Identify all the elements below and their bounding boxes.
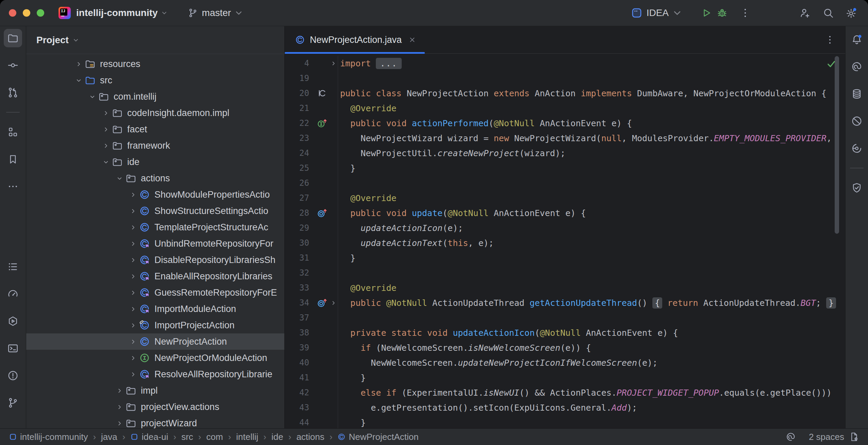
code-line-21[interactable]: 21 @Override	[285, 101, 845, 116]
tree-item-ShowModulePropertiesActio[interactable]: ShowModulePropertiesActio	[26, 186, 284, 203]
code-line-23[interactable]: 23 NewProjectWizard wizard = new NewProj…	[285, 131, 845, 146]
project-widget[interactable]: intellij-community	[76, 7, 168, 18]
editor-scrollbar[interactable]	[835, 56, 839, 234]
breadcrumb-item-ide[interactable]: ide	[271, 432, 283, 442]
code-line-31[interactable]: 31 }	[285, 250, 845, 265]
line-number[interactable]: 38	[285, 325, 315, 340]
breadcrumb-item-intellij[interactable]: intellij	[236, 432, 258, 442]
overrides-marker-icon[interactable]	[317, 297, 328, 309]
line-number[interactable]: 30	[285, 235, 315, 250]
chevron-right-icon[interactable]	[74, 60, 83, 68]
chevron-right-icon[interactable]	[128, 305, 138, 313]
chevron-right-icon[interactable]	[128, 337, 138, 346]
tree-item-DisableRepositoryLibrariesSh[interactable]: DisableRepositoryLibrariesSh	[26, 252, 284, 268]
line-number[interactable]: 32	[285, 265, 315, 280]
tool-window-button-coverage[interactable]	[848, 139, 866, 158]
tree-item-ImportModuleAction[interactable]: ImportModuleAction	[26, 301, 284, 317]
line-number[interactable]: 40	[285, 355, 315, 370]
chevron-right-icon[interactable]	[115, 386, 124, 395]
editor-options-button[interactable]	[822, 32, 838, 48]
subclassed-marker-icon[interactable]	[317, 87, 328, 99]
line-number[interactable]: 21	[285, 101, 315, 116]
line-number[interactable]: 43	[285, 400, 315, 415]
line-number[interactable]: 28	[285, 205, 315, 220]
chevron-right-icon[interactable]	[115, 419, 124, 427]
code-line-22[interactable]: 22 public void actionPerformed(@NotNull …	[285, 116, 845, 131]
code-line-4[interactable]: 4import ...	[285, 56, 845, 71]
chevron-right-icon[interactable]	[128, 272, 138, 280]
tool-window-button-ai-assistant[interactable]	[848, 57, 866, 76]
line-number[interactable]: 25	[285, 161, 315, 176]
chevron-right-icon[interactable]	[128, 207, 138, 215]
code-line-39[interactable]: 39 if (NewWelcomeScreen.isNewWelcomeScre…	[285, 340, 845, 355]
close-window-button[interactable]	[9, 9, 16, 17]
settings-button[interactable]	[844, 5, 859, 21]
code-line-33[interactable]: 33 @Override	[285, 280, 845, 295]
line-number[interactable]: 39	[285, 340, 315, 355]
tool-window-button-profiler[interactable]	[4, 285, 22, 303]
chevron-right-icon[interactable]	[101, 109, 111, 117]
close-tab-icon[interactable]	[408, 35, 417, 44]
breadcrumb-item-com[interactable]: com	[206, 432, 223, 442]
line-number[interactable]: 42	[285, 385, 315, 400]
code-line-34[interactable]: 34 public @NotNull ActionUpdateThread ge…	[285, 295, 845, 310]
run-configuration-widget[interactable]: IDEA	[631, 7, 687, 19]
line-number[interactable]: 4	[285, 56, 315, 71]
line-number[interactable]: 19	[285, 71, 315, 86]
line-number[interactable]: 23	[285, 131, 315, 146]
editor-tab[interactable]: NewProjectAction.java	[285, 26, 425, 53]
tool-window-button-bookmarks[interactable]	[4, 150, 22, 168]
tree-item-impl[interactable]: impl	[26, 382, 284, 399]
code-line-29[interactable]: 29 updateActionIcon(e);	[285, 220, 845, 235]
code-line-26[interactable]: 26	[285, 176, 845, 191]
tree-item-ImportProjectAction[interactable]: ImportProjectAction	[26, 317, 284, 333]
code-line-25[interactable]: 25 }	[285, 161, 845, 176]
vcs-branch-widget[interactable]: master	[188, 7, 248, 18]
breadcrumb-item-idea-ui[interactable]: idea-ui	[130, 432, 168, 442]
chevron-down-icon[interactable]	[101, 158, 111, 166]
chevron-down-icon[interactable]	[74, 76, 83, 84]
code-line-20[interactable]: 20public class NewProjectAction extends …	[285, 86, 845, 101]
tree-item-ResolveAllRepositoryLibrarie[interactable]: ResolveAllRepositoryLibrarie	[26, 366, 284, 382]
implements-marker-icon[interactable]	[317, 117, 328, 129]
tree-item-projectWizard[interactable]: projectWizard	[26, 415, 284, 428]
code-line-41[interactable]: 41 }	[285, 370, 845, 385]
line-number[interactable]: 27	[285, 191, 315, 205]
breadcrumb-item-intellij-community[interactable]: intellij-community	[9, 432, 88, 442]
ai-assistant-status-icon[interactable]	[786, 432, 796, 442]
tree-item-actions[interactable]: actions	[26, 170, 284, 186]
chevron-right-icon[interactable]	[128, 370, 138, 378]
code-line-37[interactable]: 37	[285, 310, 845, 325]
line-number[interactable]: 31	[285, 250, 315, 265]
code-line-44[interactable]: 44 }	[285, 415, 845, 428]
tree-item-EnableAllRepositoryLibraries[interactable]: EnableAllRepositoryLibraries	[26, 268, 284, 284]
tool-window-button-pull-requests[interactable]	[4, 83, 22, 102]
breadcrumb-item-java[interactable]: java	[101, 432, 117, 442]
run-button[interactable]	[699, 5, 714, 21]
code-line-27[interactable]: 27 @Override	[285, 191, 845, 205]
chevron-right-icon[interactable]	[128, 191, 138, 199]
line-number[interactable]: 22	[285, 116, 315, 131]
tree-item-GuessRemoteRepositoryForE[interactable]: GuessRemoteRepositoryForE	[26, 284, 284, 301]
search-everywhere-button[interactable]	[820, 5, 836, 21]
fold-marker[interactable]	[330, 295, 338, 310]
indent-style-widget[interactable]: 2 spaces	[809, 432, 844, 442]
tool-window-button-database[interactable]	[848, 85, 866, 103]
breadcrumb-item-src[interactable]: src	[181, 432, 193, 442]
tool-window-button-todo[interactable]	[4, 258, 22, 276]
tree-item-ShowStructureSettingsActio[interactable]: ShowStructureSettingsActio	[26, 203, 284, 219]
overrides-marker-icon[interactable]	[317, 207, 328, 219]
code-line-28[interactable]: 28 public void update(@NotNull AnActionE…	[285, 205, 845, 220]
chevron-right-icon[interactable]	[115, 403, 124, 411]
fold-marker[interactable]	[330, 56, 338, 71]
line-number[interactable]: 24	[285, 146, 315, 161]
line-number[interactable]: 33	[285, 280, 315, 295]
code-line-19[interactable]: 19	[285, 71, 845, 86]
tool-window-button-structure[interactable]	[4, 123, 22, 141]
maximize-window-button[interactable]	[37, 9, 44, 17]
chevron-right-icon[interactable]	[128, 240, 138, 248]
chevron-right-icon[interactable]	[128, 354, 138, 362]
tool-window-button-more-tool-windows[interactable]	[4, 177, 22, 196]
tree-item-UnbindRemoteRepositoryFor[interactable]: UnbindRemoteRepositoryFor	[26, 235, 284, 252]
tool-window-button-no-entry[interactable]	[848, 112, 866, 130]
